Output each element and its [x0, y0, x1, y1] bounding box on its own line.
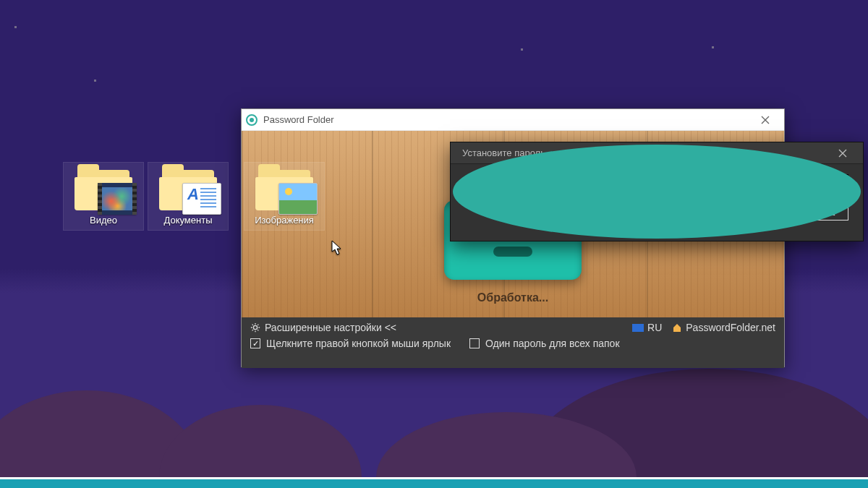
desktop-icon-videos[interactable]: Видео — [64, 163, 143, 230]
website-label: PasswordFolder.net — [686, 322, 775, 333]
language-label: RU — [647, 322, 662, 333]
desktop-icon-label: Изображения — [244, 213, 324, 230]
language-link[interactable]: RU — [632, 322, 662, 333]
svg-point-0 — [253, 325, 257, 329]
set-password-dialog: Установите пароль Пароль: Подтверждать: … — [450, 142, 864, 241]
home-icon — [672, 322, 682, 333]
rightclick-checkbox[interactable] — [250, 338, 260, 348]
desktop-icon-label: Видео — [64, 213, 143, 230]
cursor-icon — [331, 240, 343, 256]
desktop-icon-documents[interactable]: Документы — [148, 163, 228, 230]
onepassword-checkbox[interactable] — [469, 338, 480, 348]
status-text: Обработка... — [477, 291, 548, 304]
onepassword-label: Один пароль для всех папок — [485, 338, 620, 349]
dialog-titlebar[interactable]: Установите пароль — [451, 142, 863, 164]
website-link[interactable]: PasswordFolder.net — [672, 322, 775, 333]
close-button[interactable] — [751, 109, 780, 131]
titlebar[interactable]: Password Folder — [242, 109, 784, 131]
horizon-decor — [0, 477, 868, 488]
desktop-icon-pictures[interactable]: Изображения — [244, 163, 324, 230]
app-icon — [246, 114, 258, 126]
advanced-settings-label: Расширенные настройки << — [265, 322, 396, 333]
window-footer: Расширенные настройки << RU PasswordFold… — [242, 317, 784, 368]
gear-icon — [250, 322, 260, 333]
rightclick-label: Щелкните правой кнопкой мыши ярлык — [266, 338, 451, 349]
desktop-icon-label: Документы — [148, 213, 228, 230]
window-title: Password Folder — [263, 114, 751, 125]
advanced-settings-link[interactable]: Расширенные настройки << — [250, 322, 396, 333]
flag-icon — [632, 324, 644, 332]
dialog-close-button[interactable] — [828, 142, 857, 164]
